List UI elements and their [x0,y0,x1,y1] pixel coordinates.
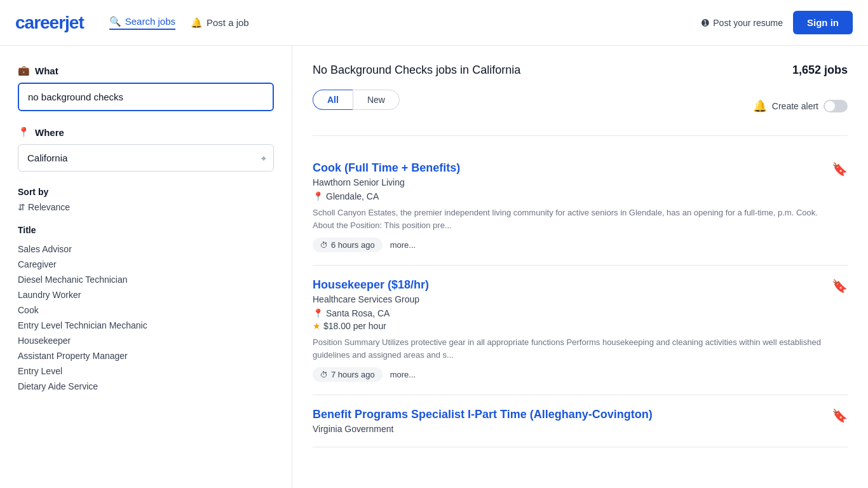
job-meta: ⏱ 7 hours ago more... [313,367,848,382]
results-count: 1,652 jobs [792,64,848,77]
job-title-link[interactable]: Benefit Programs Specialist I-Part Time … [313,408,653,421]
more-link[interactable]: more... [390,370,416,379]
job-card: Housekeeper ($18/hr) Healthcare Services… [313,266,848,395]
job-card-info: Cook (Full Time + Benefits) Hawthorn Sen… [313,161,824,231]
title-filter-item[interactable]: Dietary Aide Service [18,379,274,394]
results-divider [313,135,848,136]
job-title-link[interactable]: Housekeeper ($18/hr) [313,278,429,291]
bookmark-icon[interactable]: 🔖 [832,161,848,177]
location-label-icon: 📍 [18,126,30,138]
job-company: Virginia Government [313,424,653,434]
more-link[interactable]: more... [390,240,416,250]
job-description: Position Summary Utilizes protective gea… [313,336,824,361]
salary-row: ★ $18.00 per hour [313,321,824,331]
title-filter-list: Sales Advisor Caregiver Diesel Mechanic … [18,241,274,394]
title-filter-item[interactable]: Caregiver [18,257,274,272]
where-input-wrap: ⌖ [18,144,274,172]
toggle-knob [825,101,835,111]
header: careerjet 🔍 Search jobs 🔔 Post a job ➊ P… [0,0,868,46]
title-filter-item[interactable]: Diesel Mechanic Technician [18,272,274,287]
title-filter-section: Title Sales Advisor Caregiver Diesel Mec… [18,225,274,394]
what-input[interactable] [18,83,274,111]
title-filter-item[interactable]: Assistant Property Manager [18,348,274,363]
tab-all[interactable]: All [313,90,353,110]
alert-section: 🔔 Create alert [753,99,848,113]
what-label: 💼 What [18,65,274,76]
briefcase-icon: 💼 [18,65,30,76]
job-card: Benefit Programs Specialist I-Part Time … [313,395,848,447]
time-badge: ⏱ 6 hours ago [313,238,383,252]
sign-in-button[interactable]: Sign in [793,11,853,34]
bookmark-icon[interactable]: 🔖 [832,408,848,423]
where-section: 📍 Where ⌖ [18,126,274,172]
post-resume-icon: ➊ [702,18,709,28]
pin-icon: 📍 [313,308,323,318]
time-badge: ⏱ 7 hours ago [313,367,383,382]
job-card-top: Housekeeper ($18/hr) Healthcare Services… [313,278,848,361]
post-resume-button[interactable]: ➊ Post your resume [702,18,783,28]
sort-select[interactable]: ⇵ Relevance [18,202,274,212]
filter-bar: All New 🔔 Create alert [313,90,848,123]
nav-post-job[interactable]: 🔔 Post a job [191,17,249,29]
where-label: 📍 Where [18,126,274,138]
bell-alert-icon: 🔔 [753,99,767,113]
job-description: Scholl Canyon Estates, the premier indep… [313,207,824,231]
title-filter-item[interactable]: Sales Advisor [18,241,274,257]
job-title-link[interactable]: Cook (Full Time + Benefits) [313,161,460,174]
where-input[interactable] [18,144,274,172]
results-title: No Background Checks jobs in California [313,64,520,77]
nav-search-jobs[interactable]: 🔍 Search jobs [109,16,175,30]
title-filter-item[interactable]: Housekeeper [18,333,274,348]
post-nav-icon: 🔔 [191,17,203,29]
logo[interactable]: careerjet [15,13,84,33]
bookmark-icon[interactable]: 🔖 [832,278,848,294]
job-location: 📍 Glendale, CA [313,191,824,201]
tab-new[interactable]: New [353,90,400,110]
clock-icon: ⏱ [320,370,328,379]
results-section: No Background Checks jobs in California … [292,46,868,488]
title-filter-item[interactable]: Entry Level Technician Mechanic [18,318,274,333]
job-meta: ⏱ 6 hours ago more... [313,238,848,252]
salary-icon: ★ [313,321,321,331]
job-card-info: Benefit Programs Specialist I-Part Time … [313,408,653,434]
filter-tabs: All New [313,90,400,110]
pin-icon: 📍 [313,191,323,201]
sort-arrows-icon: ⇵ [18,202,25,212]
job-card-top: Benefit Programs Specialist I-Part Time … [313,408,848,434]
title-filter-item[interactable]: Laundry Worker [18,287,274,302]
title-filter-item[interactable]: Entry Level [18,363,274,379]
job-card-info: Housekeeper ($18/hr) Healthcare Services… [313,278,824,361]
search-nav-icon: 🔍 [109,16,121,27]
job-card-top: Cook (Full Time + Benefits) Hawthorn Sen… [313,161,848,231]
main-layout: 💼 What 📍 Where ⌖ Sort by ⇵ Relevance Tit… [0,46,868,488]
alert-toggle[interactable] [824,100,848,112]
job-card: Cook (Full Time + Benefits) Hawthorn Sen… [313,149,848,266]
gps-icon: ⌖ [261,152,266,163]
header-right: ➊ Post your resume Sign in [702,11,853,34]
clock-icon: ⏱ [320,241,328,250]
job-company: Hawthorn Senior Living [313,177,824,187]
title-filter-item[interactable]: Cook [18,302,274,318]
sort-section: Sort by ⇵ Relevance [18,187,274,212]
job-location: 📍 Santa Rosa, CA [313,308,824,318]
job-company: Healthcare Services Group [313,294,824,304]
main-nav: 🔍 Search jobs 🔔 Post a job [109,16,249,30]
results-header: No Background Checks jobs in California … [313,64,848,77]
sidebar: 💼 What 📍 Where ⌖ Sort by ⇵ Relevance Tit… [0,46,292,488]
